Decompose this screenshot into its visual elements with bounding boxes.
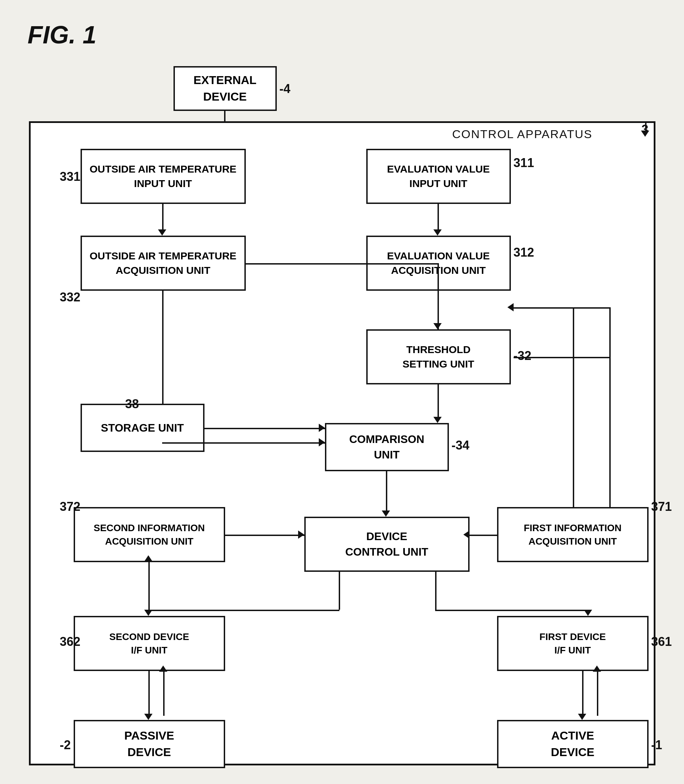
- arrow-oat-h-to-comparison: [162, 442, 325, 444]
- label-372: 372: [60, 499, 81, 514]
- arrow-oat-acq-v2: [437, 263, 439, 329]
- label-311: 311: [514, 156, 534, 170]
- label-2: -2: [60, 738, 71, 752]
- arrow-feedback-h2: [514, 307, 609, 309]
- arrow-active-to-first-if: [597, 671, 598, 716]
- second-device-if-box: SECOND DEVICEI/F UNIT: [74, 616, 225, 671]
- fig-title: FIG. 1: [27, 21, 657, 49]
- arrow-first-if-to-active: [582, 671, 584, 716]
- arrow-feedback-v1: [609, 307, 611, 357]
- arrow-feedback-h: [514, 357, 610, 358]
- passive-device-box: PASSIVEDEVICE: [74, 720, 225, 768]
- label-362: 362: [60, 635, 81, 649]
- arrow-first-info-right-connect: [573, 507, 609, 508]
- arrowhead-second-acq-up: [144, 555, 153, 561]
- arrowhead-dcu-second-if: [144, 610, 153, 616]
- label-34: -34: [452, 438, 469, 453]
- arrowhead-dcu: [382, 511, 390, 517]
- label-371: 371: [651, 499, 672, 514]
- arrowhead-active-down: [578, 714, 586, 720]
- arrow-second-to-dcu: [225, 535, 304, 536]
- page: FIG. 1 EXTERNALDEVICE -4 CONTROL APPARAT…: [0, 0, 684, 784]
- first-info-acq-box: FIRST INFORMATIONACQUISITION UNIT: [497, 507, 649, 562]
- label-38: 38: [125, 397, 139, 411]
- external-device-box: EXTERNALDEVICE: [174, 66, 277, 111]
- outside-air-temp-acq-box: OUTSIDE AIR TEMPERATUREACQUISITION UNIT: [81, 236, 246, 291]
- arrowhead-passive-up: [159, 666, 167, 672]
- arrow-threshold-to-comparison: [437, 385, 439, 419]
- arrowhead-comparison: [433, 417, 442, 423]
- second-info-acq-box: SECOND INFORMATIONACQUISITION UNIT: [74, 507, 225, 562]
- label-332: 332: [60, 290, 81, 304]
- evaluation-value-input-box: EVALUATION VALUEINPUT UNIT: [366, 149, 511, 204]
- label-331: 331: [60, 170, 81, 184]
- label-1: -1: [651, 738, 662, 752]
- arrowhead-oat-to-comp-right: [319, 438, 325, 446]
- arrow-dcu-to-first-if-h: [435, 610, 590, 611]
- arrow-comparison-to-dcu: [386, 471, 387, 512]
- arrow-first-info-top: [609, 357, 611, 507]
- arrowhead-first-to-dcu: [463, 530, 469, 539]
- storage-unit-box: STORAGE UNIT: [81, 404, 205, 452]
- arrow-first-to-dcu: [469, 535, 497, 536]
- arrow-eval-input-to-acq: [437, 204, 439, 231]
- arrow-dcu-to-second-if-h: [148, 610, 339, 611]
- arrow-dcu-down-right: [435, 572, 437, 610]
- arrowhead-second-to-dcu: [298, 530, 304, 539]
- control-apparatus-label: CONTROL APPARATUS: [452, 128, 592, 141]
- label-external-device-num: -4: [279, 82, 290, 96]
- outside-air-temp-input-box: OUTSIDE AIR TEMPERATUREINPUT UNIT: [81, 149, 246, 204]
- arrowhead-feedback: [507, 303, 514, 311]
- label-312: 312: [514, 245, 534, 260]
- arrow-second-acq-to-if: [148, 562, 150, 610]
- arrowhead-eval-acq: [433, 230, 442, 236]
- label-32: -32: [514, 349, 531, 363]
- arrowhead-storage-comp: [319, 424, 325, 432]
- label-361: 361: [651, 635, 672, 649]
- arrowhead-passive-down: [144, 714, 153, 720]
- arrow-second-if-to-passive: [148, 671, 150, 716]
- arrowhead-active-up: [593, 666, 601, 672]
- first-device-if-box: FIRST DEVICEI/F UNIT: [497, 616, 649, 671]
- arrow-first-acq-to-threshold-v: [573, 307, 574, 507]
- diagram-container: EXTERNALDEVICE -4 CONTROL APPARATUS 3 OU…: [29, 66, 655, 772]
- arrow-oat-input-to-acq: [162, 204, 163, 231]
- device-control-box: DEVICECONTROL UNIT: [304, 517, 469, 572]
- arrow-storage-to-comparison: [205, 428, 325, 429]
- comparison-unit-box: COMPARISONUNIT: [325, 423, 449, 471]
- arrowhead-3: [641, 131, 649, 137]
- arrow-dcu-down-left: [339, 572, 340, 610]
- arrow-oat-acq-h: [246, 263, 439, 265]
- threshold-setting-box: THRESHOLDSETTING UNIT: [366, 329, 511, 385]
- arrowhead-oat-acq: [158, 230, 166, 236]
- arrow-passive-to-second-if: [163, 671, 165, 716]
- active-device-box: ACTIVEDEVICE: [497, 720, 649, 768]
- arrowhead-dcu-first-if: [584, 610, 592, 616]
